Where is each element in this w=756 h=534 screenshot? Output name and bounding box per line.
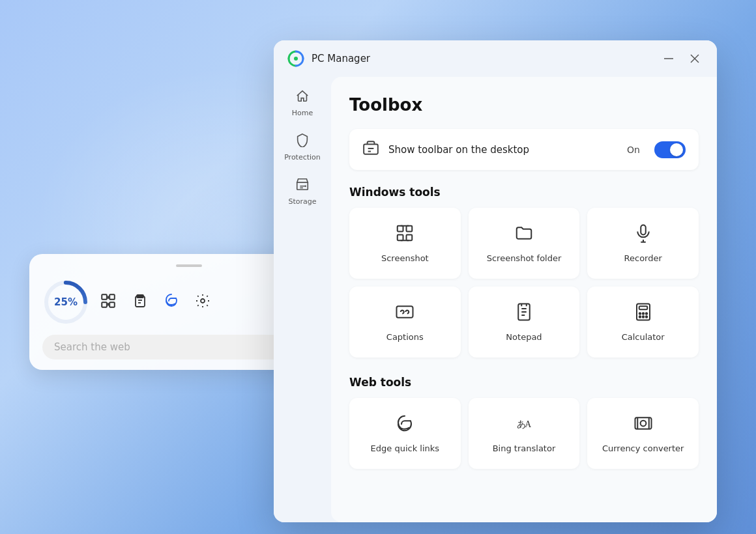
svg-rect-5 — [109, 302, 115, 307]
minimize-button[interactable] — [660, 49, 678, 68]
currency-icon — [633, 414, 653, 437]
svg-point-40 — [639, 313, 641, 315]
svg-point-45 — [645, 316, 647, 318]
svg-point-20 — [304, 185, 306, 187]
main-layout: Home Protection — [274, 77, 717, 522]
toolbar-text: Show toolbar on the desktop — [388, 144, 618, 156]
svg-point-15 — [294, 57, 298, 61]
folder-icon — [514, 223, 534, 247]
svg-rect-2 — [102, 294, 107, 300]
search-placeholder: Search the web — [54, 341, 306, 353]
svg-rect-21 — [364, 145, 378, 154]
sidebar-storage-label: Storage — [288, 197, 316, 206]
tool-recorder-label: Recorder — [624, 253, 662, 263]
windows-tools-title: Windows tools — [349, 186, 699, 199]
web-tools-grid: Edge quick links あ A Bing translator — [349, 398, 699, 469]
tool-notepad-label: Notepad — [506, 332, 542, 342]
tool-screenshot-folder-label: Screenshot folder — [487, 253, 562, 263]
cc-icon — [395, 302, 414, 326]
svg-point-42 — [645, 313, 647, 315]
svg-rect-25 — [407, 226, 413, 232]
page-title: Toolbox — [349, 95, 699, 115]
pc-manager-window: PC Manager Home — [274, 40, 717, 522]
tool-bing-translator[interactable]: あ A Bing translator — [469, 398, 580, 469]
titlebar-controls — [660, 49, 704, 68]
svg-point-43 — [639, 316, 641, 318]
settings-icon[interactable] — [195, 293, 211, 312]
close-button[interactable] — [686, 49, 704, 68]
tool-edge-label: Edge quick links — [371, 443, 440, 453]
web-tools-title: Web tools — [349, 376, 699, 389]
app-title: PC Manager — [312, 53, 370, 64]
tool-currency-converter[interactable]: Currency converter — [587, 398, 699, 469]
svg-rect-39 — [639, 306, 647, 309]
edge-icon — [395, 414, 414, 437]
svg-rect-3 — [109, 294, 115, 300]
toggle-status-label: On — [627, 145, 640, 155]
tool-recorder[interactable]: Recorder — [587, 208, 699, 279]
sidebar-item-home[interactable]: Home — [279, 82, 326, 124]
svg-rect-33 — [397, 306, 413, 318]
tool-edge-quick-links[interactable]: Edge quick links — [349, 398, 461, 469]
toolbar-icon — [362, 139, 379, 160]
sidebar-home-label: Home — [292, 109, 313, 117]
widget-icons-row — [100, 292, 211, 313]
svg-rect-27 — [407, 235, 413, 241]
tool-captions-label: Captions — [386, 332, 424, 342]
svg-point-49 — [640, 421, 646, 427]
tool-bing-translator-label: Bing translator — [493, 443, 556, 453]
svg-rect-24 — [398, 226, 403, 232]
tool-screenshot[interactable]: Screenshot — [349, 208, 461, 279]
notepad-icon — [514, 302, 534, 326]
svg-rect-4 — [102, 302, 107, 307]
tool-calculator[interactable]: Calculator — [587, 287, 699, 358]
usage-circle: 25% — [42, 279, 89, 326]
tool-notepad[interactable]: Notepad — [469, 287, 580, 358]
home-icon — [295, 89, 310, 106]
toolbar-toggle-card: Show toolbar on the desktop On — [349, 129, 699, 170]
mic-icon — [633, 223, 653, 247]
shield-icon — [295, 133, 310, 150]
drag-handle[interactable] — [176, 264, 202, 267]
sidebar-item-storage[interactable]: Storage — [279, 171, 326, 212]
screenshot-icon — [395, 223, 414, 247]
edge-browser-icon[interactable] — [164, 293, 179, 312]
toolbar-toggle-switch[interactable] — [654, 141, 686, 158]
storage-icon — [295, 177, 310, 195]
screenshot-grid-icon[interactable] — [100, 292, 117, 313]
svg-rect-26 — [398, 235, 403, 241]
titlebar-left: PC Manager — [287, 49, 370, 68]
svg-text:A: A — [525, 419, 531, 429]
svg-point-12 — [201, 299, 205, 303]
tool-calculator-label: Calculator — [622, 332, 665, 342]
tool-screenshot-folder[interactable]: Screenshot folder — [469, 208, 580, 279]
windows-tools-grid: Screenshot Screenshot folder — [349, 208, 699, 358]
sidebar-item-protection[interactable]: Protection — [279, 126, 326, 168]
translate-icon: あ A — [514, 414, 534, 437]
svg-point-44 — [642, 316, 644, 318]
svg-rect-30 — [641, 225, 646, 235]
calculator-icon — [633, 302, 653, 326]
sidebar: Home Protection — [274, 77, 331, 522]
usage-percent: 25% — [54, 296, 78, 308]
svg-point-41 — [642, 313, 644, 315]
clipboard-icon[interactable] — [132, 293, 148, 312]
tool-screenshot-label: Screenshot — [381, 253, 429, 263]
tool-captions[interactable]: Captions — [349, 287, 461, 358]
content-area: Toolbox Show toolbar on the desktop On W… — [331, 77, 717, 522]
tool-currency-label: Currency converter — [602, 443, 684, 453]
titlebar: PC Manager — [274, 40, 717, 77]
sidebar-protection-label: Protection — [284, 153, 321, 162]
app-logo — [287, 49, 305, 68]
